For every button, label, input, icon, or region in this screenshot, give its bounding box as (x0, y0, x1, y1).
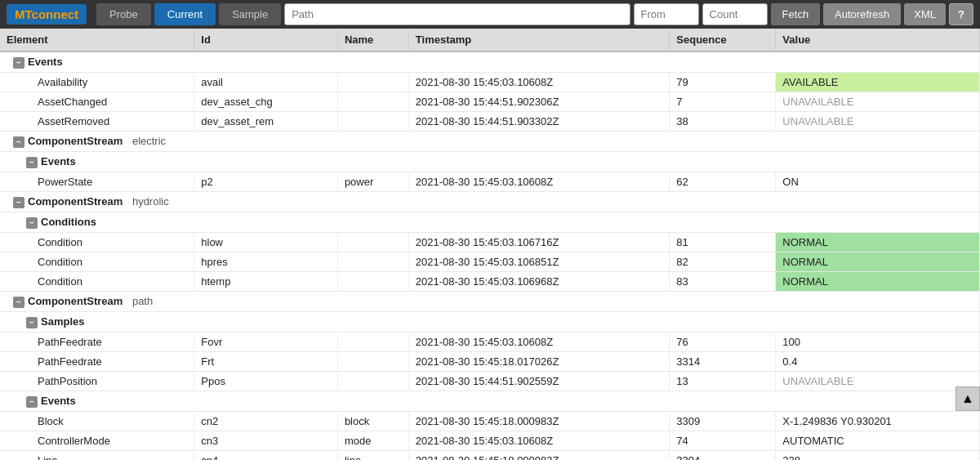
table-row: −Events (0, 391, 980, 412)
cell-element: Availability (0, 73, 194, 92)
fetch-button[interactable]: Fetch (771, 3, 821, 25)
cell-element: Condition (0, 252, 194, 272)
table-row: Condition htemp 2021-08-30 15:45:03.1069… (0, 272, 980, 292)
cell-name (337, 352, 408, 372)
cell-timestamp: 2021-08-30 15:45:18.017026Z (408, 352, 670, 372)
cell-sequence: 13 (670, 372, 776, 391)
count-input[interactable] (702, 3, 768, 25)
cell-timestamp: 2021-08-30 15:45:03.106968Z (408, 272, 670, 292)
cell-timestamp: 2021-08-30 15:45:18.000983Z (408, 451, 670, 461)
cell-name: mode (337, 431, 408, 451)
expand-icon[interactable]: − (13, 197, 24, 208)
cell-timestamp: 2021-08-30 15:45:03.10608Z (408, 73, 670, 92)
table-row: Line cn4 line 2021-08-30 15:45:18.000983… (0, 451, 980, 461)
cell-sequence: 38 (670, 112, 776, 132)
cell-name (337, 333, 408, 352)
cell-value: 100 (776, 333, 980, 352)
cell-sequence: 62 (670, 172, 776, 192)
cell-sequence: 3314 (670, 352, 776, 372)
expand-icon[interactable]: − (13, 136, 24, 148)
cell-element: Block (0, 412, 194, 431)
col-timestamp: Timestamp (408, 29, 670, 51)
table-row: AssetChanged dev_asset_chg 2021-08-30 15… (0, 92, 980, 112)
cell-id: dev_asset_chg (194, 92, 338, 112)
cell-value: UNAVAILABLE (776, 372, 980, 391)
scroll-up-button[interactable]: ▲ (956, 386, 980, 411)
cell-sequence: 83 (670, 272, 776, 292)
cell-id: Ppos (194, 372, 338, 391)
expand-icon[interactable]: − (26, 396, 38, 408)
cell-id: Frt (194, 352, 338, 372)
cell-element: PathFeedrate (0, 333, 194, 352)
expand-icon[interactable]: − (26, 217, 38, 229)
cell-name: line (337, 451, 408, 461)
help-button[interactable]: ? (949, 3, 973, 25)
cell-element: Condition (0, 233, 194, 252)
logo-mt: MT (15, 7, 32, 21)
cell-timestamp: 2021-08-30 15:44:51.902559Z (408, 372, 670, 391)
cell-sequence: 81 (670, 233, 776, 252)
current-button[interactable]: Current (154, 3, 216, 25)
section-element: −ComponentStream path (0, 292, 980, 312)
expand-icon[interactable]: − (26, 157, 38, 168)
cell-timestamp: 2021-08-30 15:45:18.000983Z (408, 412, 670, 431)
cell-id: hlow (194, 233, 338, 252)
xml-button[interactable]: XML (904, 3, 946, 25)
cell-timestamp: 2021-08-30 15:44:51.902306Z (408, 92, 670, 112)
cell-sequence: 74 (670, 431, 776, 451)
table-row: −Events (0, 152, 980, 172)
cell-name: power (337, 172, 408, 192)
autorefresh-button[interactable]: Autorefresh (823, 3, 901, 25)
table-row: Condition hlow 2021-08-30 15:45:03.10671… (0, 233, 980, 252)
table-row: PowerState p2 power 2021-08-30 15:45:03.… (0, 172, 980, 192)
cell-value: NORMAL (776, 233, 980, 252)
cell-name (337, 272, 408, 292)
expand-icon[interactable]: − (26, 317, 38, 328)
section-element: −Events (0, 51, 980, 73)
cell-value: ON (776, 172, 980, 192)
table-row: −ComponentStream path (0, 292, 980, 312)
data-table-wrapper: Element Id Name Timestamp Sequence Value… (0, 29, 980, 460)
table-row: AssetRemoved dev_asset_rem 2021-08-30 15… (0, 112, 980, 132)
col-value: Value (776, 29, 980, 51)
cell-value: UNAVAILABLE (776, 92, 980, 112)
cell-name (337, 372, 408, 391)
sample-button[interactable]: Sample (219, 3, 281, 25)
from-input[interactable] (634, 3, 699, 25)
section-element: −ComponentStream electric (0, 132, 980, 152)
expand-icon[interactable]: − (13, 57, 24, 69)
cell-id: p2 (194, 172, 338, 192)
cell-value: UNAVAILABLE (776, 112, 980, 132)
cell-element: PathPosition (0, 372, 194, 391)
cell-sequence: 76 (670, 333, 776, 352)
cell-element: AssetRemoved (0, 112, 194, 132)
table-row: −Samples (0, 312, 980, 333)
cell-id: Fovr (194, 333, 338, 352)
table-row: Availability avail 2021-08-30 15:45:03.1… (0, 73, 980, 92)
section-element: −ComponentStream hydrolic (0, 192, 980, 212)
cell-id: cn4 (194, 451, 338, 461)
cell-name: block (337, 412, 408, 431)
table-row: −Events (0, 51, 980, 73)
logo: MTconnect (7, 4, 87, 25)
table-row: ControllerMode cn3 mode 2021-08-30 15:45… (0, 431, 980, 451)
path-input[interactable] (284, 3, 630, 25)
cell-sequence: 3309 (670, 412, 776, 431)
expand-icon[interactable]: − (13, 297, 24, 308)
col-sequence: Sequence (670, 29, 776, 51)
cell-sequence: 79 (670, 73, 776, 92)
table-row: Block cn2 block 2021-08-30 15:45:18.0009… (0, 412, 980, 431)
probe-button[interactable]: Probe (96, 3, 151, 25)
section-element: −Events (0, 391, 980, 412)
cell-sequence: 82 (670, 252, 776, 272)
cell-timestamp: 2021-08-30 15:44:51.903302Z (408, 112, 670, 132)
cell-sequence: 7 (670, 92, 776, 112)
section-element: −Events (0, 152, 980, 172)
cell-element: ControllerMode (0, 431, 194, 451)
cell-id: htemp (194, 272, 338, 292)
col-element: Element (0, 29, 194, 51)
table-row: −ComponentStream hydrolic (0, 192, 980, 212)
table-row: Condition hpres 2021-08-30 15:45:03.1068… (0, 252, 980, 272)
cell-id: cn3 (194, 431, 338, 451)
cell-element: AssetChanged (0, 92, 194, 112)
